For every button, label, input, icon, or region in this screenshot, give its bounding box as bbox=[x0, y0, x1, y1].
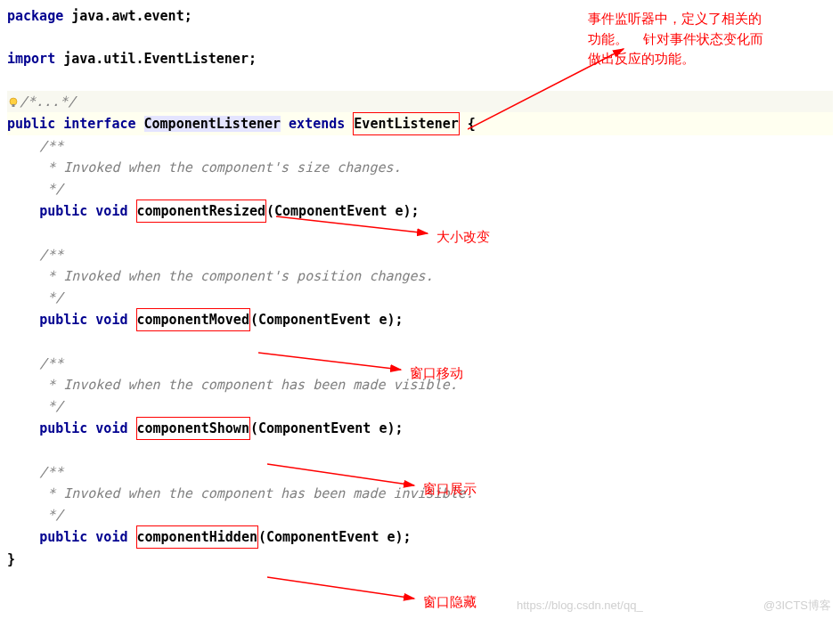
comment-line: * Invoked when the component's position … bbox=[7, 265, 833, 287]
blank-line bbox=[7, 69, 833, 91]
blank-line bbox=[7, 331, 833, 353]
class-name: ComponentListener bbox=[144, 116, 281, 132]
blank-line bbox=[7, 223, 833, 244]
annotation-top: 事件监听器中，定义了相关的 功能。 针对事件状态变化而 做出反应的功能。 bbox=[588, 9, 763, 69]
comment-line: /** bbox=[7, 135, 833, 157]
import-text: java.util.EventListener; bbox=[55, 51, 257, 67]
collapsed-comment: /*...*/ bbox=[20, 94, 76, 110]
annotation-hide: 窗口隐藏 bbox=[423, 592, 477, 613]
comment-line: */ bbox=[7, 504, 833, 525]
method-line: public void componentHidden(ComponentEve… bbox=[7, 525, 833, 549]
class-declaration: public interface ComponentListener exten… bbox=[7, 112, 833, 135]
svg-point-0 bbox=[10, 98, 17, 105]
comment-line: */ bbox=[7, 287, 833, 308]
comment-line: * Invoked when the component's size chan… bbox=[7, 157, 833, 178]
svg-rect-1 bbox=[12, 104, 15, 107]
comment-line: /** bbox=[7, 244, 833, 265]
annotation-move: 窗口移动 bbox=[410, 363, 463, 384]
watermark-right: @3ICTS博客 bbox=[763, 597, 831, 615]
method-resized-box: componentResized bbox=[136, 200, 267, 223]
method-line: public void componentMoved(ComponentEven… bbox=[7, 308, 833, 331]
keyword-interface: interface bbox=[63, 116, 135, 132]
brace-open: { bbox=[460, 116, 476, 132]
comment-line: /** bbox=[7, 461, 833, 483]
method-hidden-box: componentHidden bbox=[136, 525, 258, 549]
watermark-left: https://blog.csdn.net/qq_ bbox=[517, 597, 643, 615]
collapsed-comment-line: /*...*/ bbox=[7, 91, 833, 112]
comment-line: */ bbox=[7, 178, 833, 200]
super-interface-box: EventListener bbox=[353, 112, 459, 135]
arrow-hide bbox=[267, 574, 423, 605]
keyword-extends: extends bbox=[289, 116, 345, 132]
annotation-show: 窗口展示 bbox=[423, 479, 477, 500]
blank-line bbox=[7, 440, 833, 461]
closing-brace-line: } bbox=[7, 549, 833, 570]
keyword-import: import bbox=[7, 51, 55, 67]
comment-line: * Invoked when the component has been ma… bbox=[7, 483, 833, 504]
comment-line: */ bbox=[7, 395, 833, 417]
keyword-public: public bbox=[7, 116, 55, 132]
keyword-package: package bbox=[7, 8, 63, 24]
svg-line-6 bbox=[267, 577, 414, 599]
method-line: public void componentResized(ComponentEv… bbox=[7, 200, 833, 223]
method-shown-box: componentShown bbox=[136, 417, 250, 440]
annotation-resize: 大小改变 bbox=[436, 227, 490, 248]
method-moved-box: componentMoved bbox=[136, 308, 250, 331]
method-line: public void componentShown(ComponentEven… bbox=[7, 417, 833, 440]
package-text: java.awt.event; bbox=[63, 8, 192, 24]
code-block: package java.awt.event; import java.util… bbox=[0, 0, 840, 575]
lightbulb-icon bbox=[7, 94, 20, 110]
